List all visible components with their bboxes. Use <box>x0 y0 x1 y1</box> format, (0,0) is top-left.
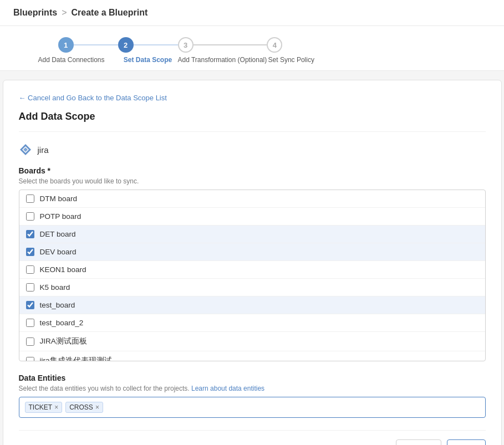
board-checkbox-test_board_2[interactable] <box>26 319 34 327</box>
main-panel: ← Cancel and Go Back to the Data Scope L… <box>3 80 502 445</box>
board-checkbox-det[interactable] <box>26 230 34 238</box>
breadcrumb: Blueprints > Create a Blueprint <box>0 0 504 26</box>
board-checkbox-test_board[interactable] <box>26 301 34 309</box>
board-item-jira_test_cn[interactable]: JIRA测试面板 <box>19 332 485 351</box>
board-label-det: DET board <box>40 230 76 238</box>
board-label-dev: DEV board <box>40 248 77 256</box>
board-label-potp: POTP board <box>40 212 82 221</box>
board-checkbox-dev[interactable] <box>26 248 34 256</box>
board-label-dtm: DTM board <box>40 195 78 203</box>
data-entities-section: Data Entities Select the data entities y… <box>19 374 486 418</box>
tag-remove-ticket[interactable]: × <box>54 404 58 411</box>
board-checkbox-jira_test_cn[interactable] <box>26 337 34 346</box>
tag-ticket[interactable]: TICKET× <box>25 402 63 413</box>
board-checkbox-jira_iter[interactable] <box>26 357 34 362</box>
tag-label-cross: CROSS <box>69 403 93 411</box>
board-label-k5: K5 board <box>40 283 70 291</box>
step-2-circle: 2 <box>118 37 134 53</box>
boards-hint: Select the boards you would like to sync… <box>19 177 486 185</box>
board-item-test_board[interactable]: test_board <box>19 296 485 314</box>
step-1-circle: 1 <box>58 37 74 53</box>
step-3-label: Add Transformation (Optional) <box>178 56 267 70</box>
board-label-jira_iter: jira集成迭代表现测试 <box>40 356 112 361</box>
board-item-det[interactable]: DET board <box>19 226 485 243</box>
board-label-test_board_2: test_board_2 <box>40 319 84 327</box>
board-item-test_board_2[interactable]: test_board_2 <box>19 314 485 332</box>
jira-icon <box>19 143 32 156</box>
step-2-label: Set Data Scope <box>124 56 172 70</box>
data-entities-link[interactable]: Learn about data entities <box>191 385 264 392</box>
boards-label: Boards * <box>19 166 486 175</box>
connector-1 <box>74 44 118 45</box>
jira-name: jira <box>38 145 49 155</box>
board-checkbox-potp[interactable] <box>26 212 34 221</box>
breadcrumb-current: Create a Blueprint <box>71 8 147 18</box>
connector-3 <box>194 44 267 45</box>
tag-label-ticket: TICKET <box>29 403 53 411</box>
board-label-test_board: test_board <box>40 301 75 309</box>
step-3-circle: 3 <box>178 37 194 53</box>
data-entities-label: Data Entities <box>19 374 486 382</box>
board-checkbox-k5[interactable] <box>26 283 34 291</box>
step-1: 1 Add Data Connections <box>25 37 118 70</box>
board-label-jira_test_cn: JIRA测试面板 <box>40 336 87 346</box>
breadcrumb-separator: > <box>62 8 67 18</box>
section-title: Add Data Scope <box>19 111 486 132</box>
board-item-potp[interactable]: POTP board <box>19 208 485 226</box>
tag-cross[interactable]: CROSS× <box>65 402 103 413</box>
step-3: 3 Add Transformation (Optional) <box>178 37 267 70</box>
breadcrumb-blueprints[interactable]: Blueprints <box>13 8 57 18</box>
boards-list: DTM boardPOTP boardDET boardDEV boardKEO… <box>19 190 486 361</box>
step-4-circle: 4 <box>267 37 282 53</box>
board-item-jira_iter[interactable]: jira集成迭代表现测试 <box>19 351 485 361</box>
tag-remove-cross[interactable]: × <box>95 404 99 411</box>
stepper: 1 Add Data Connections 2 Set Data Scope … <box>0 26 504 71</box>
board-item-keon1[interactable]: KEON1 board <box>19 261 485 279</box>
step-4-label: Set Sync Policy <box>268 56 314 70</box>
board-item-k5[interactable]: K5 board <box>19 279 485 296</box>
board-item-dev[interactable]: DEV board <box>19 243 485 261</box>
board-label-keon1: KEON1 board <box>40 265 86 274</box>
footer-actions: Cancel Save <box>19 430 486 445</box>
back-link[interactable]: ← Cancel and Go Back to the Data Scope L… <box>19 94 486 102</box>
board-checkbox-dtm[interactable] <box>26 195 34 203</box>
tags-input[interactable]: TICKET×CROSS× <box>19 397 486 418</box>
jira-header: jira <box>19 143 486 156</box>
cancel-button[interactable]: Cancel <box>396 439 441 445</box>
step-1-label: Add Data Connections <box>38 56 104 70</box>
board-item-dtm[interactable]: DTM board <box>19 190 485 208</box>
save-button[interactable]: Save <box>447 439 486 445</box>
connector-2 <box>134 44 178 45</box>
board-checkbox-keon1[interactable] <box>26 265 34 274</box>
step-2: 2 Set Data Scope <box>118 37 178 70</box>
data-entities-hint: Select the data entities you wish to col… <box>19 385 486 392</box>
step-4: 4 Set Sync Policy <box>267 37 315 70</box>
